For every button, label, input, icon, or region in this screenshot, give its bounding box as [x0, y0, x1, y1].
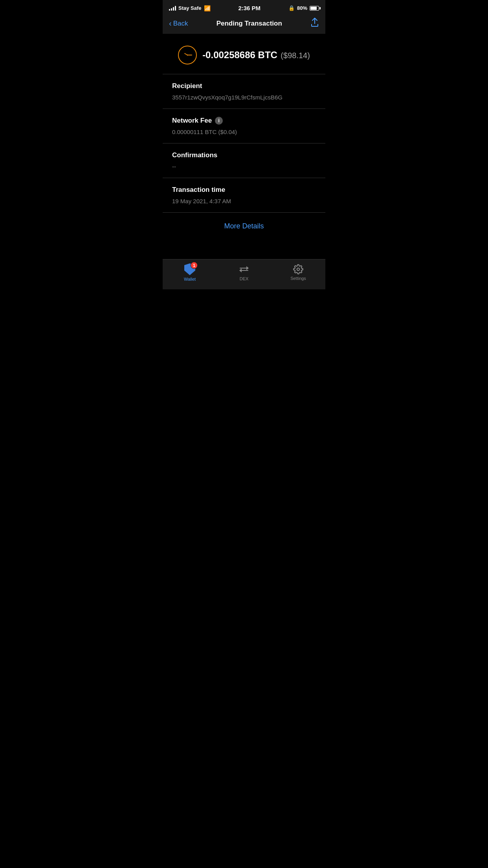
tab-wallet[interactable]: 1 Wallet [163, 263, 217, 281]
wallet-badge: 1 [191, 262, 198, 269]
status-right: 🔒 80% [288, 5, 319, 11]
recipient-label: Recipient [172, 82, 316, 90]
transaction-amount-group: -0.00258686 BTC ($98.14) [202, 50, 310, 61]
tab-settings[interactable]: Settings [271, 264, 325, 281]
recipient-section: Recipient 3557r1zwQvysXqoq7g19L9rCfsmLjc… [163, 74, 325, 108]
network-fee-label: Network Fee i [172, 117, 316, 125]
transaction-time-label: Transaction time [172, 186, 316, 194]
transaction-time-value: 19 May 2021, 4:37 AM [172, 197, 316, 205]
status-bar: Stay Safe 📶 2:36 PM 🔒 80% [163, 0, 325, 14]
nav-title: Pending Transaction [216, 20, 282, 28]
clock-minute-hand [187, 55, 192, 55]
settings-gear-icon [293, 264, 303, 274]
main-content: -0.00258686 BTC ($98.14) Recipient 3557r… [163, 34, 325, 259]
back-label: Back [173, 20, 188, 28]
wifi-icon: 📶 [204, 5, 211, 11]
carrier-label: Stay Safe [178, 5, 202, 11]
tab-dex[interactable]: DEX [217, 264, 271, 281]
back-arrow-icon: ‹ [169, 19, 172, 28]
lock-status-icon: 🔒 [288, 5, 295, 11]
info-icon[interactable]: i [215, 117, 223, 125]
dex-icon [238, 264, 250, 275]
amount-btc: -0.00258686 BTC [202, 50, 277, 60]
clock-center-dot [187, 55, 188, 56]
tab-settings-label: Settings [290, 276, 306, 281]
network-fee-value: 0.00000111 BTC ($0.04) [172, 128, 316, 136]
confirmations-value: -- [172, 162, 316, 171]
back-button[interactable]: ‹ Back [169, 19, 188, 28]
more-details-button[interactable]: More Details [224, 222, 264, 230]
more-details-section: More Details [163, 213, 325, 240]
confirmations-label: Confirmations [172, 151, 316, 159]
battery-percent: 80% [297, 5, 307, 11]
transaction-amount: -0.00258686 BTC ($98.14) [202, 50, 310, 61]
tab-wallet-label: Wallet [184, 277, 196, 281]
status-time: 2:36 PM [238, 5, 261, 11]
signal-icon [169, 6, 176, 11]
dex-arrow-left [240, 270, 248, 271]
nav-bar: ‹ Back Pending Transaction [163, 14, 325, 34]
wallet-icon-container: 1 [184, 263, 195, 275]
network-fee-section: Network Fee i 0.00000111 BTC ($0.04) [163, 109, 325, 143]
share-button[interactable] [310, 18, 319, 29]
status-left: Stay Safe 📶 [169, 5, 211, 11]
tab-dex-label: DEX [240, 276, 249, 281]
share-icon [310, 18, 319, 27]
tab-bar: 1 Wallet DEX Settings [163, 259, 325, 289]
transaction-time-section: Transaction time 19 May 2021, 4:37 AM [163, 178, 325, 212]
amount-fiat: ($98.14) [281, 51, 310, 60]
pending-clock-icon [178, 46, 197, 64]
confirmations-section: Confirmations -- [163, 143, 325, 178]
transaction-header: -0.00258686 BTC ($98.14) [163, 34, 325, 74]
recipient-address: 3557r1zwQvysXqoq7g19L9rCfsmLjcsB6G [172, 93, 316, 101]
gear-svg [293, 264, 303, 274]
battery-icon [310, 6, 319, 11]
svg-point-0 [297, 268, 300, 271]
